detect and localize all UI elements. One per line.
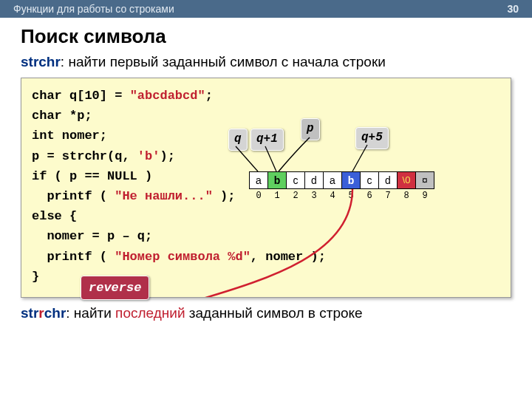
mem-index: 8	[397, 189, 416, 203]
header-bar: Функции для работы со строками 30	[0, 0, 532, 18]
mem-index: 6	[360, 189, 379, 203]
page-title: Поиск символа	[21, 25, 511, 48]
intro-line: strchr: найти первый заданный символ c н…	[21, 54, 511, 70]
intro-rest: : найти первый заданный символ c начала …	[61, 54, 386, 69]
mem-index: 3	[304, 189, 324, 203]
code-line-2: char *p;	[32, 106, 500, 126]
mem-index: 7	[378, 189, 398, 203]
mem-index: 2	[286, 189, 305, 203]
code-line-8: nomer = p – q;	[32, 226, 500, 246]
mem-index: 4	[323, 189, 342, 203]
mem-cell-highlight-blue: b	[341, 171, 361, 189]
code-line-1: char q[10] = "abcdabcd";	[32, 86, 500, 106]
mem-cell: c	[360, 171, 379, 189]
mem-cell: d	[378, 171, 398, 189]
code-block: char q[10] = "abcdabcd"; char *p; int no…	[21, 78, 511, 298]
outro-rest1: : найти	[66, 305, 115, 321]
mem-index: 1	[267, 189, 287, 203]
mem-cell: a	[323, 171, 342, 189]
outro-last: последний	[115, 305, 185, 321]
mem-cell: a	[249, 171, 268, 189]
outro-line: strrchr: найти последний заданный символ…	[21, 305, 511, 321]
fn-strrchr: strrchr	[21, 305, 66, 321]
pointer-label-q: q	[228, 129, 248, 151]
reverse-badge: reverse	[81, 276, 149, 300]
mem-cell-garbage: ¤	[415, 171, 434, 189]
pointer-label-p: p	[301, 118, 320, 140]
fn-strchr: strchr	[21, 54, 61, 69]
code-line-9: printf ( "Номер символа %d", nomer );	[32, 247, 500, 267]
pointer-label-q1: q+1	[250, 129, 284, 151]
mem-index: 0	[249, 189, 268, 203]
mem-index: 5	[341, 189, 361, 203]
mem-cell-highlight-green: b	[267, 171, 287, 189]
mem-cell: c	[286, 171, 305, 189]
mem-cell: d	[304, 171, 324, 189]
memory-index-row: 0 1 2 3 4 5 6 7 8 9	[249, 189, 434, 203]
page-number: 30	[507, 3, 519, 15]
outro-rest2: заданный символ в строке	[185, 305, 363, 321]
memory-diagram: a b c d a b c d \0 ¤ 0 1 2 3 4 5 6 7 8 9	[249, 171, 434, 203]
breadcrumb: Функции для работы со строками	[13, 3, 174, 15]
memory-cells-row: a b c d a b c d \0 ¤	[249, 171, 434, 189]
mem-index: 9	[415, 189, 434, 203]
mem-cell-null: \0	[397, 171, 416, 189]
code-line-7: else {	[32, 206, 500, 226]
pointer-label-q5: q+5	[355, 127, 389, 149]
